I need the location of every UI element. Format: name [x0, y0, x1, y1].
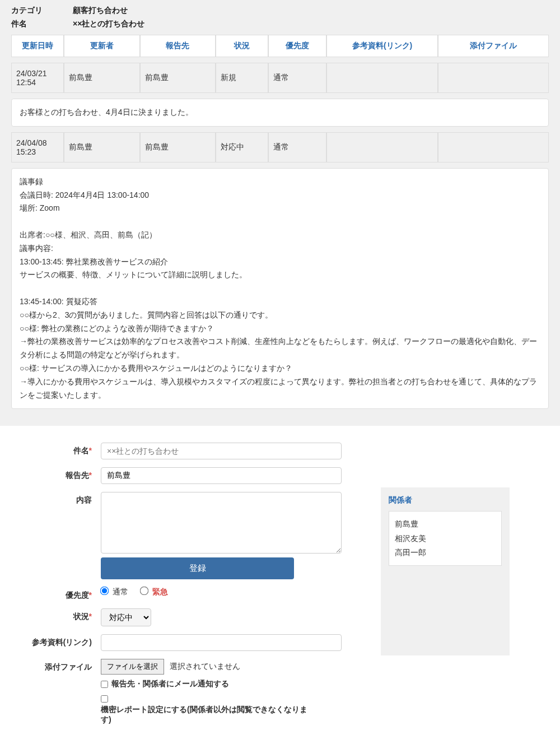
meta-subject: 件名 ××社との打ち合わせ	[11, 19, 549, 29]
notify-label: 報告先・関係者にメール通知する	[111, 679, 229, 689]
meta-category: カテゴリ 顧客打ち合わせ	[11, 6, 549, 16]
related-person: 相沢友美	[395, 532, 496, 546]
file-select-button[interactable]: ファイルを選択	[101, 659, 164, 675]
priority-urgent-option[interactable]: 緊急	[141, 587, 168, 596]
history-entry: 24/03/21 12:54 前島豊 前島豊 新規 通常	[11, 63, 549, 93]
priority-field-label: 優先度*	[11, 587, 101, 601]
attachment-field-label: 添付ファイル	[11, 659, 101, 672]
cell-priority: 通常	[268, 132, 326, 162]
confidential-label: 機密レポート設定にする(関係者以外は閲覧できなくなります)	[101, 705, 314, 725]
cell-status: 対応中	[216, 132, 268, 162]
status-field-label: 状況*	[11, 608, 101, 622]
col-priority: 優先度	[268, 35, 326, 57]
history-note: お客様との打ち合わせ、4月4日に決まりました。	[11, 99, 549, 127]
col-reference: 参考資料(リンク)	[326, 35, 437, 57]
history-note: 議事録 会議日時: 2024年4月4日 13:00-14:00 場所: Zoom…	[11, 168, 549, 410]
reference-field-label: 参考資料(リンク)	[11, 634, 101, 648]
related-person: 前島豊	[395, 517, 496, 531]
reference-input[interactable]	[101, 634, 342, 651]
priority-normal-option[interactable]: 通常	[101, 587, 128, 596]
cell-updater: 前島豊	[64, 132, 140, 162]
report-to-field-label: 報告先*	[11, 467, 101, 481]
category-label: カテゴリ	[11, 6, 73, 16]
table-row: 24/03/21 12:54 前島豊 前島豊 新規 通常	[11, 63, 549, 93]
category-value: 顧客打ち合わせ	[73, 6, 128, 16]
subject-value: ××社との打ち合わせ	[73, 19, 144, 29]
cell-priority: 通常	[268, 63, 326, 93]
content-field-label: 内容	[11, 492, 101, 505]
cell-reference	[326, 132, 437, 162]
priority-urgent-radio[interactable]	[139, 587, 148, 596]
form-main: 件名* 報告先* 内容 登録 優先度* 通常 緊急 状況*	[11, 443, 358, 730]
history-entry: 24/04/08 15:23 前島豊 前島豊 対応中 通常	[11, 132, 549, 162]
header-row: 更新日時 更新者 報告先 状況 優先度 参考資料(リンク) 添付ファイル	[11, 35, 549, 57]
col-updated-at: 更新日時	[11, 35, 64, 57]
cell-updater: 前島豊	[64, 63, 140, 93]
subject-field-label: 件名*	[11, 443, 101, 456]
cell-report-to: 前島豊	[140, 132, 216, 162]
related-person: 高田一郎	[395, 546, 496, 560]
cell-report-to: 前島豊	[140, 63, 216, 93]
subject-input[interactable]	[101, 443, 342, 459]
content-textarea[interactable]	[101, 492, 342, 554]
related-panel: 関係者 前島豊 相沢友美 高田一郎	[381, 487, 510, 655]
col-attachment: 添付ファイル	[438, 35, 549, 57]
submit-button[interactable]: 登録	[101, 557, 294, 579]
notify-checkbox[interactable]	[101, 681, 108, 688]
confidential-checkbox[interactable]	[101, 695, 108, 703]
subject-label: 件名	[11, 19, 73, 29]
priority-normal-radio[interactable]	[100, 587, 109, 596]
cell-attachment	[438, 63, 549, 93]
cell-date: 24/03/21 12:54	[11, 63, 64, 93]
history-panel: カテゴリ 顧客打ち合わせ 件名 ××社との打ち合わせ 更新日時 更新者 報告先 …	[0, 0, 560, 426]
status-select[interactable]: 対応中	[101, 608, 151, 626]
cell-date: 24/04/08 15:23	[11, 132, 64, 162]
col-updated-by: 更新者	[64, 35, 140, 57]
cell-reference	[326, 63, 437, 93]
table-row: 24/04/08 15:23 前島豊 前島豊 対応中 通常	[11, 132, 549, 162]
col-status: 状況	[216, 35, 268, 57]
form-panel: 件名* 報告先* 内容 登録 優先度* 通常 緊急 状況*	[0, 426, 560, 730]
related-list: 前島豊 相沢友美 高田一郎	[389, 511, 502, 566]
related-title: 関係者	[389, 495, 502, 505]
cell-attachment	[438, 132, 549, 162]
col-report-to: 報告先	[140, 35, 216, 57]
history-table: 更新日時 更新者 報告先 状況 優先度 参考資料(リンク) 添付ファイル	[11, 35, 549, 57]
report-to-input[interactable]	[101, 467, 342, 484]
file-status-text: 選択されていません	[170, 662, 240, 671]
cell-status: 新規	[216, 63, 268, 93]
